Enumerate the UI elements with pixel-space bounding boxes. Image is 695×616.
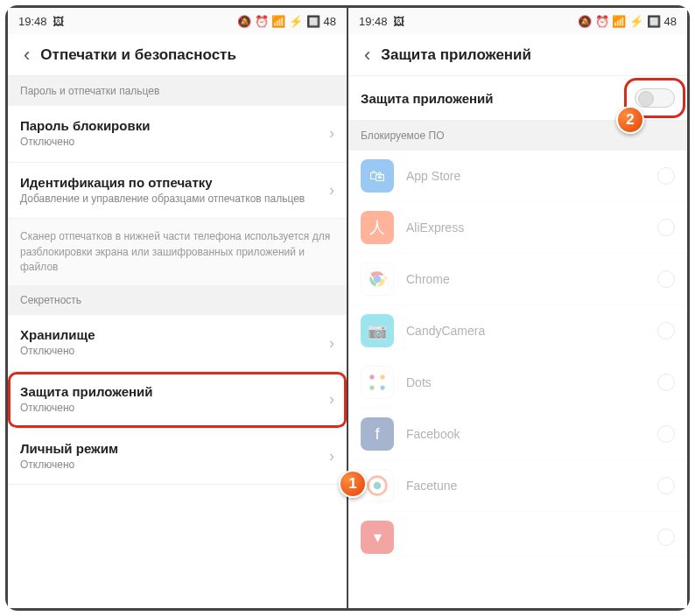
status-time: 19:48 [18, 15, 47, 28]
radio-icon[interactable] [657, 425, 675, 443]
app-row-dots[interactable]: Dots [348, 357, 687, 409]
row-subtitle: Отключено [20, 345, 322, 359]
status-time: 19:48 [359, 15, 388, 28]
status-battery: 48 [324, 15, 336, 28]
app-name: Facebook [406, 427, 645, 441]
radio-icon[interactable] [657, 374, 675, 391]
app-name: CandyCamera [406, 324, 645, 338]
svg-point-2 [369, 374, 374, 379]
page-title: Отпечатки и безопасность [40, 46, 236, 64]
svg-point-1 [375, 276, 381, 283]
screenshot-icon: 🖼 [53, 16, 64, 27]
app-icon: ▾ [361, 521, 394, 554]
app-name: AliExpress [406, 220, 645, 234]
back-button[interactable]: ‹ [357, 44, 377, 66]
row-title: Пароль блокировки [20, 118, 322, 133]
row-subtitle: Отключено [20, 458, 322, 472]
svg-point-3 [380, 374, 384, 379]
radio-icon[interactable] [657, 219, 675, 236]
row-title: Личный режим [20, 441, 322, 456]
app-name: Dots [406, 375, 645, 389]
row-title: Хранилище [20, 327, 322, 342]
svg-point-5 [380, 385, 384, 389]
row-subtitle: Отключено [20, 402, 322, 416]
row-private-mode[interactable]: Личный режим Отключено › [8, 429, 347, 486]
toggle-label: Защита приложений [361, 91, 494, 106]
facebook-icon: f [361, 417, 394, 451]
app-row-aliexpress[interactable]: 人 AliExpress [348, 202, 687, 254]
row-lock-password[interactable]: Пароль блокировки Отключено › [8, 106, 347, 163]
pane-fingerprint-security: 19:48 🖼 🔕 ⏰ 📶 ⚡ 🔲 48 ‹ Отпечатки и безоп… [8, 8, 348, 608]
chevron-right-icon: › [322, 181, 334, 200]
chevron-right-icon: › [322, 124, 334, 143]
app-row-appstore[interactable]: 🛍 App Store [348, 150, 687, 202]
pane-app-protection: 19:48 🖼 🔕 ⏰ 📶 ⚡ 🔲 48 ‹ Защита приложений… [348, 8, 687, 608]
radio-icon[interactable] [657, 528, 675, 546]
app-name: Chrome [406, 272, 645, 286]
row-fingerprint-id[interactable]: Идентификация по отпечатку Добавление и … [8, 163, 347, 220]
appstore-icon: 🛍 [361, 159, 394, 192]
status-battery: 48 [664, 15, 677, 28]
app-protection-toggle[interactable] [635, 88, 675, 108]
svg-point-4 [369, 385, 374, 389]
row-storage[interactable]: Хранилище Отключено › [8, 315, 347, 372]
app-row-facetune[interactable]: Facetune [348, 460, 687, 512]
header: ‹ Защита приложений [348, 34, 687, 76]
row-app-protection[interactable]: Защита приложений Отключено › [8, 372, 347, 429]
row-title: Идентификация по отпечатку [20, 175, 322, 190]
app-row-facebook[interactable]: f Facebook [348, 409, 687, 460]
chrome-icon [361, 262, 394, 296]
section-privacy: Секретность [8, 285, 347, 315]
chevron-right-icon: › [322, 390, 334, 409]
radio-icon[interactable] [657, 477, 675, 494]
radio-icon[interactable] [657, 322, 675, 340]
callout-badge-2: 2 [616, 106, 644, 134]
app-row-candycamera[interactable]: 📷 CandyCamera [348, 305, 687, 357]
aliexpress-icon: 人 [361, 211, 394, 244]
screenshot-icon: 🖼 [393, 16, 404, 27]
row-subtitle: Добавление и управление образцами отпеча… [20, 192, 322, 206]
callout-badge-1: 1 [339, 470, 367, 498]
app-row-partial[interactable]: ▾ [348, 512, 687, 556]
page-title: Защита приложений [381, 46, 531, 64]
chevron-right-icon: › [322, 447, 334, 466]
app-name: App Store [406, 169, 645, 183]
radio-icon[interactable] [657, 167, 675, 185]
header: ‹ Отпечатки и безопасность [8, 34, 347, 76]
app-row-chrome[interactable]: Chrome [348, 254, 687, 305]
radio-icon[interactable] [657, 270, 675, 288]
row-subtitle: Отключено [20, 136, 322, 150]
status-icons-right: 🔕 ⏰ 📶 ⚡ 🔲 [578, 16, 660, 27]
section-password-fingerprints: Пароль и отпечатки пальцев [8, 76, 347, 106]
candycamera-icon: 📷 [361, 314, 394, 347]
back-button[interactable]: ‹ [17, 44, 37, 66]
row-title: Защита приложений [20, 384, 322, 399]
status-bar: 19:48 🖼 🔕 ⏰ 📶 ⚡ 🔲 48 [348, 8, 687, 34]
dots-icon [361, 366, 394, 399]
svg-point-7 [374, 482, 382, 490]
status-bar: 19:48 🖼 🔕 ⏰ 📶 ⚡ 🔲 48 [8, 8, 347, 34]
chevron-right-icon: › [322, 334, 334, 353]
app-name: Facetune [406, 479, 645, 493]
status-icons-right: 🔕 ⏰ 📶 ⚡ 🔲 [237, 16, 319, 27]
fingerprint-note: Сканер отпечатков в нижней части телефон… [8, 219, 347, 285]
